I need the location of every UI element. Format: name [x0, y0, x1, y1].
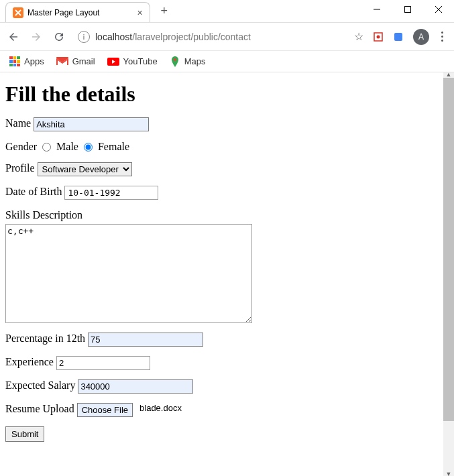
- dob-input[interactable]: [64, 186, 158, 200]
- scrollbar-thumb[interactable]: [443, 78, 454, 421]
- page-heading: Fill the details: [5, 82, 438, 107]
- percentage-label: Percentage in 12th: [5, 333, 85, 345]
- vertical-scrollbar[interactable]: ▲ ▼: [443, 72, 454, 476]
- choose-file-button[interactable]: Choose File: [77, 403, 133, 417]
- svg-point-6: [377, 35, 380, 38]
- bookmark-gmail[interactable]: Gmail: [56, 56, 95, 66]
- salary-input[interactable]: [78, 379, 193, 394]
- bookmarks-bar: Apps Gmail YouTube Maps: [0, 51, 454, 72]
- youtube-icon: [107, 58, 119, 66]
- gender-female-label: Female: [98, 141, 129, 153]
- browser-toolbar: i localhost/laravelproject/public/contac…: [0, 23, 454, 51]
- profile-avatar[interactable]: A: [413, 29, 429, 45]
- experience-label: Experience: [5, 356, 54, 368]
- minimize-button[interactable]: [361, 0, 392, 19]
- submit-button[interactable]: Submit: [5, 426, 44, 442]
- maps-icon: [170, 56, 180, 67]
- browser-tab[interactable]: Master Page Layout ×: [5, 2, 150, 22]
- name-label: Name: [5, 117, 31, 129]
- skills-label: Skills Description: [5, 209, 82, 221]
- file-name-text: blade.docx: [139, 403, 182, 413]
- bookmark-star-icon[interactable]: ☆: [354, 30, 363, 43]
- extension-icon-2[interactable]: [393, 32, 404, 42]
- apps-grid-icon: [9, 56, 20, 67]
- svg-point-8: [174, 58, 176, 61]
- gender-male-label: Male: [56, 141, 78, 153]
- new-tab-button[interactable]: +: [156, 3, 174, 19]
- gender-label: Gender: [5, 141, 37, 153]
- salary-label: Expected Salary: [5, 379, 75, 392]
- window-controls: [361, 0, 454, 19]
- browser-titlebar: Master Page Layout × +: [0, 0, 454, 23]
- svg-rect-7: [394, 33, 402, 41]
- close-window-button[interactable]: [423, 0, 454, 19]
- url-path: /laravelproject/public/contact: [132, 32, 251, 42]
- bookmark-apps[interactable]: Apps: [9, 56, 44, 67]
- xampp-favicon-icon: [13, 7, 23, 18]
- svg-rect-2: [405, 7, 411, 13]
- resume-label: Resume Upload: [5, 403, 74, 415]
- gmail-icon: [56, 57, 68, 66]
- profile-select[interactable]: Software Developer: [38, 162, 132, 176]
- url-host: localhost: [95, 32, 132, 42]
- skills-textarea[interactable]: [5, 224, 252, 323]
- gender-female-radio[interactable]: [84, 143, 93, 152]
- maximize-button[interactable]: [392, 0, 423, 19]
- tab-close-icon[interactable]: ×: [137, 7, 142, 18]
- dob-label: Date of Birth: [5, 186, 62, 198]
- experience-input[interactable]: [56, 356, 150, 370]
- profile-label: Profile: [5, 162, 35, 174]
- browser-menu-icon[interactable]: [439, 29, 446, 44]
- tab-title: Master Page Layout: [27, 8, 99, 17]
- bookmark-youtube[interactable]: YouTube: [107, 56, 158, 66]
- bookmark-maps[interactable]: Maps: [170, 56, 206, 67]
- percentage-input[interactable]: [88, 333, 203, 347]
- forward-button[interactable]: [28, 29, 44, 45]
- site-info-icon[interactable]: i: [78, 31, 90, 43]
- scroll-down-arrow-icon[interactable]: ▼: [443, 469, 454, 476]
- address-bar[interactable]: i localhost/laravelproject/public/contac…: [74, 28, 347, 46]
- reload-button[interactable]: [51, 29, 67, 45]
- back-button[interactable]: [5, 29, 21, 45]
- extension-icon[interactable]: [373, 32, 384, 42]
- gender-male-radio[interactable]: [42, 143, 51, 152]
- name-input[interactable]: [34, 117, 149, 131]
- page-content: Fill the details Name Gender Male Female…: [0, 72, 443, 476]
